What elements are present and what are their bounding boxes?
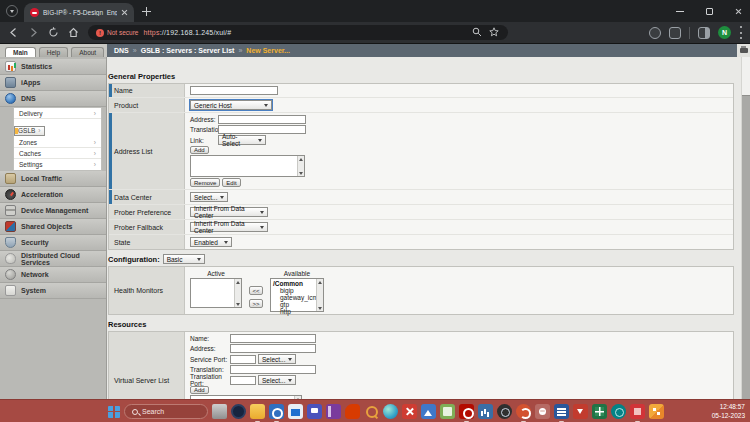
window-minimize-icon[interactable] xyxy=(676,11,684,12)
tab-list-chevron-icon[interactable] xyxy=(6,5,18,17)
task-view-icon[interactable] xyxy=(212,404,227,419)
listbox-scrollbar[interactable] xyxy=(234,279,241,307)
media-app-icon[interactable] xyxy=(440,404,455,419)
address-input[interactable] xyxy=(218,115,306,124)
sidebar-item-dns[interactable]: DNS xyxy=(0,91,106,107)
home-icon[interactable] xyxy=(68,27,79,38)
sidebar-item-distributed-cloud-services[interactable]: Distributed Cloud Services xyxy=(0,251,106,267)
monitor-option-bigip[interactable]: bigip xyxy=(273,287,315,294)
sidebar-item-acceleration[interactable]: Acceleration xyxy=(0,187,106,203)
prober-fallback-select[interactable]: Inherit From Data Center xyxy=(190,222,268,232)
breadcrumb-path[interactable]: GSLB : Servers : Server List xyxy=(141,47,235,54)
scroll-up-icon[interactable] xyxy=(299,158,303,161)
side-panel-icon[interactable] xyxy=(698,27,710,39)
browser-tab[interactable]: BIG-IP® - F5-Design_Engg01.TestLA... xyxy=(24,3,134,22)
print-button[interactable] xyxy=(737,44,750,57)
active-monitors-listbox[interactable] xyxy=(190,278,242,308)
file-explorer-icon[interactable] xyxy=(250,404,265,419)
data-center-select[interactable]: Select... xyxy=(190,192,228,202)
address-bar[interactable]: ! Not secure https://192.168.1.245/xui/# xyxy=(88,25,508,40)
profile-avatar[interactable]: N xyxy=(718,26,731,39)
submenu-item-zones[interactable]: Zones› xyxy=(14,137,101,148)
monitor-option-gtp[interactable]: gtp xyxy=(273,301,315,308)
link-select[interactable]: Auto-Select xyxy=(218,135,266,145)
monitor-option-gateway-icmp[interactable]: gateway_icmp xyxy=(273,294,315,301)
sharepoint-icon[interactable] xyxy=(611,404,626,419)
state-select[interactable]: Enabled xyxy=(190,237,232,247)
onenote-icon[interactable] xyxy=(326,404,341,419)
address-add-button[interactable]: Add xyxy=(190,146,209,154)
extensions-puzzle-icon[interactable] xyxy=(669,27,681,39)
move-to-active-button[interactable]: << xyxy=(249,286,263,295)
acrobat-icon[interactable] xyxy=(459,404,474,419)
tab-about[interactable]: About xyxy=(71,47,104,57)
submenu-item-settings[interactable]: Settings› xyxy=(14,159,101,170)
listbox-scrollbar[interactable] xyxy=(316,279,323,311)
vsl-translation-input[interactable] xyxy=(230,365,316,374)
tab-main[interactable]: Main xyxy=(5,47,36,57)
photos-icon[interactable] xyxy=(421,404,436,419)
configuration-select[interactable]: Basic xyxy=(163,254,205,264)
not-secure-badge[interactable]: ! Not secure xyxy=(96,29,138,37)
sidebar-item-shared-objects[interactable]: Shared Objects xyxy=(0,219,106,235)
taskbar-clock[interactable]: 12:48:57 05-12-2023 xyxy=(712,402,745,420)
submenu-item-caches[interactable]: Caches› xyxy=(14,148,101,159)
product-select[interactable]: Generic Host xyxy=(190,100,272,110)
excel-book-app-icon[interactable] xyxy=(592,404,607,419)
submenu-item-gslb[interactable]: GSLB› xyxy=(14,126,45,136)
chrome-icon[interactable] xyxy=(535,404,550,419)
microsoft-store-icon[interactable] xyxy=(288,404,303,419)
scroll-up-icon[interactable] xyxy=(236,281,240,284)
available-monitors-listbox[interactable]: /Common bigip gateway_icmp gtp http xyxy=(270,278,324,312)
name-input[interactable] xyxy=(190,86,278,95)
vsl-name-input[interactable] xyxy=(230,334,316,343)
bookmark-star-icon[interactable] xyxy=(489,27,500,38)
scroll-down-icon[interactable] xyxy=(299,172,303,175)
window-close-icon[interactable] xyxy=(735,8,742,15)
zoom-magnifier-icon[interactable] xyxy=(472,27,483,38)
search-gold-icon[interactable] xyxy=(364,404,379,419)
teams-icon[interactable] xyxy=(307,404,322,419)
installer-app-icon[interactable] xyxy=(630,404,645,419)
vsl-translation-port-select[interactable]: Select... xyxy=(258,375,296,385)
breadcrumb-section[interactable]: DNS xyxy=(114,47,129,54)
window-maximize-icon[interactable] xyxy=(706,8,713,15)
chart-app-icon[interactable] xyxy=(478,404,493,419)
submenu-item-delivery[interactable]: Delivery› xyxy=(14,108,101,119)
scrollbar-thumb[interactable] xyxy=(742,95,750,399)
sidebar-item-security[interactable]: Security xyxy=(0,235,106,251)
page-scrollbar[interactable] xyxy=(741,57,750,399)
red-x-app-icon[interactable] xyxy=(402,404,417,419)
prober-preference-select[interactable]: Inherit From Data Center xyxy=(190,207,268,217)
tab-close-icon[interactable] xyxy=(121,9,128,16)
translate-icon[interactable] xyxy=(649,27,661,39)
reload-icon[interactable] xyxy=(48,27,59,38)
vsl-service-port-select[interactable]: Select... xyxy=(258,354,296,364)
deploy-app-icon[interactable] xyxy=(573,404,588,419)
address-listbox[interactable] xyxy=(190,155,305,177)
outlook-icon[interactable] xyxy=(269,404,284,419)
tab-help[interactable]: Help xyxy=(39,47,68,57)
monitor-option-http[interactable]: http xyxy=(273,308,315,315)
sidebar-item-local-traffic[interactable]: Local Traffic xyxy=(0,171,106,187)
windows-start-icon[interactable] xyxy=(108,406,120,418)
powerpoint-icon[interactable] xyxy=(516,404,531,419)
privacy-eye-app-icon[interactable] xyxy=(497,404,512,419)
menu-kebab-icon[interactable] xyxy=(739,26,742,39)
sidebar-item-iapps[interactable]: iApps xyxy=(0,75,106,91)
office-icon[interactable] xyxy=(345,404,360,419)
move-to-available-button[interactable]: >> xyxy=(249,299,263,308)
movies-tv-icon[interactable] xyxy=(231,404,246,419)
vsl-address-input[interactable] xyxy=(230,344,316,353)
sidebar-item-system[interactable]: System xyxy=(0,283,106,299)
edge-icon[interactable] xyxy=(383,404,398,419)
address-remove-button[interactable]: Remove xyxy=(190,178,220,187)
forward-arrow-icon[interactable] xyxy=(28,27,39,38)
scroll-down-icon[interactable] xyxy=(236,303,240,306)
sidebar-item-device-management[interactable]: Device Management xyxy=(0,203,106,219)
word-icon[interactable] xyxy=(554,404,569,419)
sidebar-item-statistics[interactable]: Statistics xyxy=(0,59,106,75)
sidebar-item-network[interactable]: Network xyxy=(0,267,106,283)
scroll-up-icon[interactable] xyxy=(318,281,322,284)
vsl-translation-port-input[interactable] xyxy=(230,376,256,385)
